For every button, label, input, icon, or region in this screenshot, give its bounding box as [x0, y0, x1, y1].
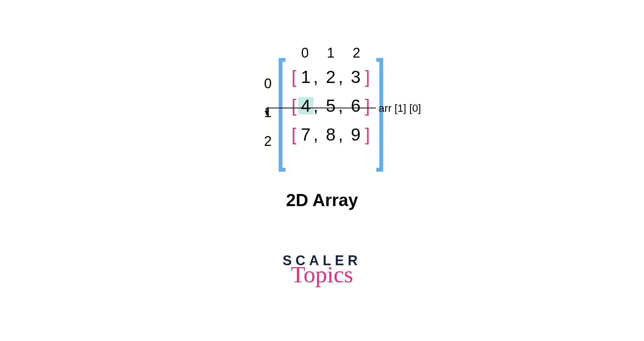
cell-1-1: 5 — [323, 97, 338, 114]
bracket-open-icon: [ — [290, 124, 298, 145]
annotation-label: arr [1] [0] — [379, 102, 421, 114]
comma: , — [338, 68, 348, 86]
row-indices: 0 1 2 — [261, 69, 272, 156]
array-row-0: [ 1 , 2 , 3 ] — [290, 63, 372, 91]
bracket-close-icon: ] — [363, 95, 372, 116]
comma: , — [338, 126, 348, 143]
cell-0-2: 3 — [348, 68, 363, 86]
row-index-2: 2 — [261, 127, 272, 156]
row-index-1: 1 — [261, 98, 272, 127]
cell-1-0-highlighted: 4 — [298, 97, 313, 114]
array-diagram: 0 1 2 0 1 2 [ 1 , 2 , 3 ] [ 4 , 5 , 6 ] — [261, 44, 383, 172]
bracket-open-icon: [ — [290, 67, 298, 87]
column-indices: 0 1 2 — [290, 44, 372, 63]
outer-bracket-left — [279, 58, 285, 172]
comma: , — [313, 126, 323, 143]
col-index-1: 1 — [326, 45, 336, 61]
array-row-2: [ 7 , 8 , 9 ] — [290, 120, 372, 149]
array-row-1: [ 4 , 5 , 6 ] — [290, 91, 372, 120]
col-index-0: 0 — [300, 45, 310, 61]
brand-logo: SCALER Topics — [282, 254, 361, 284]
cell-0-0: 1 — [298, 68, 313, 86]
cell-0-1: 2 — [323, 68, 338, 86]
comma: , — [313, 97, 323, 114]
bracket-close-icon: ] — [363, 67, 372, 87]
logo-line2: Topics — [282, 265, 361, 284]
matrix-body: 0 1 2 [ 1 , 2 , 3 ] [ 4 , 5 , 6 ] [ 7 , … — [285, 44, 376, 149]
row-index-0: 0 — [261, 69, 272, 98]
col-index-2: 2 — [351, 45, 362, 61]
cell-2-2: 9 — [348, 126, 363, 143]
comma: , — [313, 68, 323, 86]
cell-2-1: 8 — [323, 126, 338, 143]
bracket-open-icon: [ — [290, 95, 298, 116]
cell-1-2: 6 — [348, 97, 363, 114]
bracket-close-icon: ] — [363, 124, 372, 145]
cell-2-0: 7 — [298, 126, 313, 143]
comma: , — [338, 97, 348, 114]
diagram-title: 2D Array — [286, 190, 358, 210]
outer-bracket-right — [376, 58, 383, 172]
